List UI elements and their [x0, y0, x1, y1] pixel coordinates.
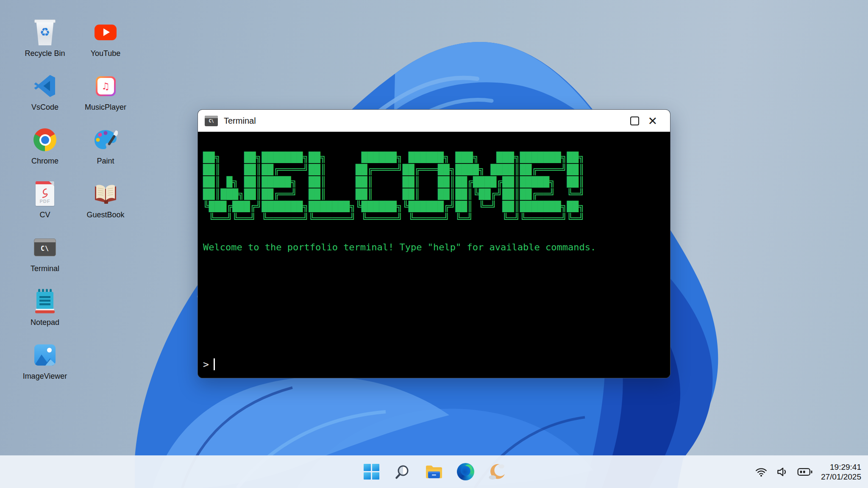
terminal-titlebar[interactable]: C\ Terminal ✕ — [198, 110, 670, 132]
paint-icon — [93, 124, 118, 156]
close-button[interactable]: ✕ — [648, 115, 657, 127]
volume-icon[interactable] — [776, 466, 789, 477]
chrome-icon — [33, 128, 56, 151]
terminal-icon: C\ — [34, 238, 56, 256]
system-tray: 19:29:41 27/01/2025 — [755, 455, 861, 488]
taskbar-center-icons — [362, 463, 506, 481]
desktop-icon-paint[interactable]: Paint — [78, 124, 133, 177]
window-controls: ✕ — [630, 115, 663, 127]
ascii-art-welcome: ██╗ ██╗███████╗██╗ ██████╗ ██████╗ ███╗ … — [203, 151, 662, 225]
icon-label: Recycle Bin — [25, 50, 65, 58]
desktop-icon-musicplayer[interactable]: ♫ MusicPlayer — [78, 70, 133, 124]
icon-label: YouTube — [91, 50, 121, 58]
battery-icon[interactable] — [797, 467, 812, 477]
desktop-icon-terminal[interactable]: C\ Terminal — [18, 231, 72, 285]
prompt-symbol: > — [203, 359, 209, 370]
icon-label: GuestBook — [86, 211, 124, 219]
start-button[interactable] — [362, 463, 381, 481]
clock-date: 27/01/2025 — [821, 472, 861, 482]
search-button[interactable] — [393, 463, 412, 481]
notepad-icon — [35, 285, 55, 317]
guestbook-icon — [93, 177, 118, 210]
terminal-window: C\ Terminal ✕ ██╗ ██╗███████╗██╗ ██████╗… — [198, 109, 670, 378]
icon-label: CV — [39, 211, 50, 219]
desktop-icon-cv[interactable]: PDF CV — [18, 177, 72, 231]
image-viewer-icon — [34, 344, 56, 366]
youtube-icon — [95, 25, 117, 40]
pdf-document-icon: PDF — [36, 181, 54, 206]
terminal-welcome-message: Welcome to the portfolio terminal! Type … — [203, 242, 662, 252]
desktop-icon-column-right: YouTube ♫ MusicPlayer Paint — [78, 16, 133, 231]
icon-label: MusicPlayer — [85, 103, 126, 112]
desktop: { "desktop": { "icons": [ {"label": "Rec… — [0, 0, 868, 488]
taskbar: 19:29:41 27/01/2025 — [0, 455, 868, 488]
taskbar-clock[interactable]: 19:29:41 27/01/2025 — [821, 462, 861, 482]
file-explorer-button[interactable] — [425, 463, 443, 481]
icon-label: Notepad — [31, 319, 59, 327]
night-mode-button[interactable] — [487, 463, 506, 481]
desktop-icon-imageviewer[interactable]: ImageViewer — [18, 339, 72, 393]
icon-label: VsCode — [31, 103, 58, 112]
recycle-bin-icon: ♻ — [34, 19, 56, 46]
desktop-icon-youtube[interactable]: YouTube — [78, 16, 133, 70]
maximize-button[interactable] — [630, 116, 639, 125]
edge-browser-icon — [457, 463, 474, 480]
terminal-prompt-row[interactable]: > — [203, 358, 662, 370]
desktop-icon-chrome[interactable]: Chrome — [18, 124, 72, 177]
window-title: Terminal — [224, 116, 256, 126]
music-player-icon: ♫ — [96, 76, 116, 96]
windows-logo-icon — [364, 464, 379, 480]
moon-clouds-icon — [487, 463, 506, 481]
vscode-icon — [33, 70, 57, 102]
desktop-icon-notepad[interactable]: Notepad — [18, 285, 72, 339]
desktop-icon-recycle-bin[interactable]: ♻ Recycle Bin — [18, 16, 72, 70]
wifi-icon[interactable] — [755, 466, 768, 477]
terminal-output-area[interactable]: ██╗ ██╗███████╗██╗ ██████╗ ██████╗ ███╗ … — [198, 132, 670, 378]
clock-time: 19:29:41 — [821, 462, 861, 472]
icon-label: Paint — [97, 157, 114, 166]
desktop-icon-guestbook[interactable]: GuestBook — [78, 177, 133, 231]
folder-icon — [425, 464, 443, 480]
edge-browser-button[interactable] — [456, 463, 475, 481]
search-icon — [395, 464, 411, 480]
icon-label: Chrome — [31, 157, 58, 166]
icon-label: Terminal — [31, 265, 59, 273]
desktop-icon-column-left: ♻ Recycle Bin VsCode Chrome PDF CV — [18, 16, 72, 393]
text-cursor — [214, 358, 215, 370]
terminal-titlebar-icon: C\ — [205, 116, 218, 126]
desktop-icon-vscode[interactable]: VsCode — [18, 70, 72, 124]
icon-label: ImageViewer — [23, 372, 67, 381]
